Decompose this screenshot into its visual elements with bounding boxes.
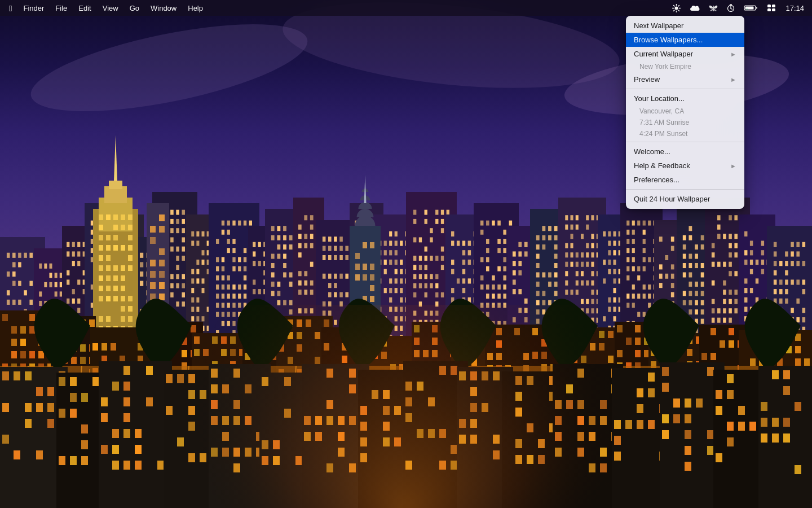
- cloud-icon[interactable]: [687, 3, 703, 14]
- sunrise-label: 7:31 AM Sunrise: [639, 119, 736, 126]
- svg-text:⚡: ⚡: [746, 7, 748, 11]
- menu-subitem-sunset: 4:24 PM Sunset: [626, 128, 744, 139]
- your-location-label: Your Location...: [634, 94, 736, 103]
- svg-line-6: [678, 10, 679, 11]
- svg-line-13: [731, 8, 732, 10]
- controlcenter-icon[interactable]: [764, 3, 779, 13]
- menu-subitem-sunrise: 7:31 AM Sunrise: [626, 117, 744, 128]
- menu-subitem-city: Vancouver, CA: [626, 106, 744, 117]
- menu-item-next-wallpaper[interactable]: Next Wallpaper: [626, 19, 744, 33]
- brightness-icon[interactable]: [669, 3, 683, 14]
- menubar-go[interactable]: Go: [125, 3, 144, 14]
- separator-3: [626, 189, 744, 190]
- svg-line-10: [713, 6, 714, 11]
- svg-rect-20: [772, 5, 775, 7]
- menu-item-your-location[interactable]: Your Location...: [626, 91, 744, 106]
- menu-subitem-wallpaper-name: New York Empire: [626, 61, 744, 72]
- menu-item-welcome[interactable]: Welcome...: [626, 144, 744, 159]
- svg-line-5: [674, 5, 674, 6]
- wallpaper-name-label: New York Empire: [639, 63, 736, 71]
- svg-rect-22: [772, 8, 775, 11]
- menubar:  Finder File Edit View Go Window Help: [0, 0, 812, 16]
- svg-line-7: [678, 5, 679, 6]
- preview-label: Preview: [634, 75, 728, 84]
- svg-line-8: [674, 10, 674, 11]
- menubar-edit[interactable]: Edit: [74, 3, 95, 14]
- sunset-label: 4:24 PM Sunset: [639, 130, 736, 138]
- browse-wallpapers-label: Browse Wallpapers...: [634, 36, 736, 44]
- apple-menu[interactable]: : [5, 2, 16, 14]
- menubar-left:  Finder File Edit View Go Window Help: [5, 2, 208, 14]
- menu-item-quit[interactable]: Quit 24 Hour Wallpaper: [626, 192, 744, 206]
- menubar-right: ⚡ 17:14: [669, 3, 807, 14]
- menubar-file[interactable]: File: [51, 3, 72, 14]
- menu-item-help-feedback[interactable]: Help & Feedback ►: [626, 159, 744, 173]
- svg-rect-21: [767, 8, 771, 11]
- dropdown-menu: Next Wallpaper Browse Wallpapers... Curr…: [626, 16, 744, 209]
- preferences-label: Preferences...: [634, 176, 736, 184]
- separator-2: [626, 142, 744, 142]
- butterfly-icon[interactable]: [706, 3, 721, 13]
- menu-item-preview[interactable]: Preview ►: [626, 72, 744, 86]
- menu-item-preferences[interactable]: Preferences...: [626, 173, 744, 187]
- next-wallpaper-label: Next Wallpaper: [634, 21, 736, 30]
- svg-rect-19: [767, 5, 771, 7]
- timer-icon[interactable]: [724, 3, 738, 13]
- quit-label: Quit 24 Hour Wallpaper: [634, 195, 736, 203]
- city-label: Vancouver, CA: [639, 107, 736, 115]
- svg-point-0: [675, 6, 678, 10]
- menubar-finder[interactable]: Finder: [19, 3, 48, 14]
- menubar-window[interactable]: Window: [146, 3, 181, 14]
- preview-arrow: ►: [730, 76, 736, 83]
- current-wallpaper-label: Current Wallpaper: [634, 50, 728, 58]
- menu-item-current-wallpaper[interactable]: Current Wallpaper ►: [626, 47, 744, 61]
- welcome-label: Welcome...: [634, 147, 736, 156]
- menubar-time: 17:14: [782, 3, 807, 14]
- separator-1: [626, 89, 744, 89]
- help-feedback-arrow: ►: [730, 163, 736, 169]
- battery-icon[interactable]: ⚡: [741, 3, 761, 13]
- menu-item-browse-wallpapers[interactable]: Browse Wallpapers...: [626, 33, 744, 47]
- menubar-help[interactable]: Help: [183, 3, 208, 14]
- menubar-view[interactable]: View: [98, 3, 123, 14]
- svg-rect-16: [756, 7, 757, 9]
- current-wallpaper-arrow: ►: [730, 51, 736, 58]
- help-feedback-label: Help & Feedback: [634, 161, 728, 170]
